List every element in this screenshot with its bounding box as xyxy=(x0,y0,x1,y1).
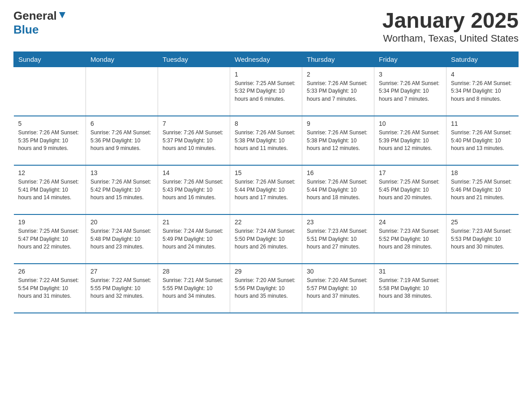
day-info: Sunrise: 7:24 AM Sunset: 5:50 PM Dayligh… xyxy=(235,227,297,251)
calendar-cell xyxy=(14,67,86,116)
calendar-cell: 17Sunrise: 7:25 AM Sunset: 5:45 PM Dayli… xyxy=(374,165,446,214)
day-info: Sunrise: 7:21 AM Sunset: 5:55 PM Dayligh… xyxy=(163,277,225,300)
day-number: 7 xyxy=(163,120,225,127)
day-number: 13 xyxy=(90,169,153,176)
day-number: 20 xyxy=(90,218,153,226)
calendar-cell: 9Sunrise: 7:26 AM Sunset: 5:38 PM Daylig… xyxy=(302,116,374,165)
calendar-cell: 31Sunrise: 7:19 AM Sunset: 5:58 PM Dayli… xyxy=(374,264,446,313)
day-info: Sunrise: 7:26 AM Sunset: 5:44 PM Dayligh… xyxy=(235,178,297,201)
calendar-header-friday: Friday xyxy=(374,51,446,67)
calendar-cell: 30Sunrise: 7:20 AM Sunset: 5:57 PM Dayli… xyxy=(302,264,374,313)
calendar-cell: 18Sunrise: 7:25 AM Sunset: 5:46 PM Dayli… xyxy=(446,165,519,214)
day-number: 23 xyxy=(307,218,369,226)
calendar-cell: 27Sunrise: 7:22 AM Sunset: 5:55 PM Dayli… xyxy=(86,264,158,313)
day-info: Sunrise: 7:25 AM Sunset: 5:46 PM Dayligh… xyxy=(451,178,514,201)
day-info: Sunrise: 7:26 AM Sunset: 5:34 PM Dayligh… xyxy=(379,80,442,103)
day-number: 14 xyxy=(163,169,225,176)
day-number: 31 xyxy=(379,268,442,275)
calendar-cell: 20Sunrise: 7:24 AM Sunset: 5:48 PM Dayli… xyxy=(86,214,158,264)
calendar-cell xyxy=(86,67,158,116)
day-number: 30 xyxy=(307,268,369,275)
calendar-week-row: 12Sunrise: 7:26 AM Sunset: 5:41 PM Dayli… xyxy=(14,165,519,214)
calendar-cell xyxy=(446,264,519,313)
calendar-cell: 16Sunrise: 7:26 AM Sunset: 5:44 PM Dayli… xyxy=(302,165,374,214)
logo-chevron-icon xyxy=(58,11,66,21)
day-info: Sunrise: 7:26 AM Sunset: 5:44 PM Dayligh… xyxy=(307,178,369,201)
day-number: 11 xyxy=(451,120,514,127)
logo-blue-text: Blue xyxy=(13,23,39,36)
calendar-cell: 11Sunrise: 7:26 AM Sunset: 5:40 PM Dayli… xyxy=(446,116,519,165)
day-info: Sunrise: 7:23 AM Sunset: 5:53 PM Dayligh… xyxy=(451,227,514,251)
day-number: 6 xyxy=(90,120,153,127)
day-number: 25 xyxy=(451,218,514,226)
day-number: 19 xyxy=(18,218,82,226)
day-info: Sunrise: 7:20 AM Sunset: 5:57 PM Dayligh… xyxy=(307,277,369,300)
page-title: January 2025 xyxy=(382,9,519,33)
calendar-header-tuesday: Tuesday xyxy=(158,51,230,67)
day-number: 15 xyxy=(235,169,297,176)
day-info: Sunrise: 7:26 AM Sunset: 5:42 PM Dayligh… xyxy=(90,178,153,201)
calendar-cell: 24Sunrise: 7:23 AM Sunset: 5:52 PM Dayli… xyxy=(374,214,446,264)
day-number: 16 xyxy=(307,169,369,176)
day-number: 26 xyxy=(18,268,82,275)
day-number: 21 xyxy=(163,218,225,226)
calendar-header-saturday: Saturday xyxy=(446,51,519,67)
logo-general-text: General xyxy=(13,9,57,23)
calendar-cell: 12Sunrise: 7:26 AM Sunset: 5:41 PM Dayli… xyxy=(14,165,86,214)
day-number: 18 xyxy=(451,169,514,176)
day-info: Sunrise: 7:26 AM Sunset: 5:39 PM Dayligh… xyxy=(379,129,442,152)
day-number: 3 xyxy=(379,71,442,78)
calendar-cell: 1Sunrise: 7:25 AM Sunset: 5:32 PM Daylig… xyxy=(230,67,302,116)
calendar-cell: 29Sunrise: 7:20 AM Sunset: 5:56 PM Dayli… xyxy=(230,264,302,313)
calendar-cell: 5Sunrise: 7:26 AM Sunset: 5:35 PM Daylig… xyxy=(14,116,86,165)
calendar-cell: 8Sunrise: 7:26 AM Sunset: 5:38 PM Daylig… xyxy=(230,116,302,165)
calendar-cell: 28Sunrise: 7:21 AM Sunset: 5:55 PM Dayli… xyxy=(158,264,230,313)
page-subtitle: Wortham, Texas, United States xyxy=(382,33,519,44)
calendar-cell: 13Sunrise: 7:26 AM Sunset: 5:42 PM Dayli… xyxy=(86,165,158,214)
day-info: Sunrise: 7:24 AM Sunset: 5:49 PM Dayligh… xyxy=(163,227,225,251)
title-block: January 2025 Wortham, Texas, United Stat… xyxy=(382,9,519,44)
calendar-cell: 10Sunrise: 7:26 AM Sunset: 5:39 PM Dayli… xyxy=(374,116,446,165)
day-number: 2 xyxy=(307,71,369,78)
day-number: 28 xyxy=(163,268,225,275)
day-info: Sunrise: 7:23 AM Sunset: 5:52 PM Dayligh… xyxy=(379,227,442,251)
calendar-cell: 3Sunrise: 7:26 AM Sunset: 5:34 PM Daylig… xyxy=(374,67,446,116)
day-info: Sunrise: 7:25 AM Sunset: 5:45 PM Dayligh… xyxy=(379,178,442,201)
calendar-header-sunday: Sunday xyxy=(14,51,86,67)
day-info: Sunrise: 7:19 AM Sunset: 5:58 PM Dayligh… xyxy=(379,277,442,300)
calendar-week-row: 1Sunrise: 7:25 AM Sunset: 5:32 PM Daylig… xyxy=(14,67,519,116)
calendar-header-row: SundayMondayTuesdayWednesdayThursdayFrid… xyxy=(14,51,519,67)
day-info: Sunrise: 7:22 AM Sunset: 5:54 PM Dayligh… xyxy=(18,277,82,300)
calendar-header-thursday: Thursday xyxy=(302,51,374,67)
day-info: Sunrise: 7:20 AM Sunset: 5:56 PM Dayligh… xyxy=(235,277,297,300)
day-info: Sunrise: 7:26 AM Sunset: 5:33 PM Dayligh… xyxy=(307,80,369,103)
day-number: 8 xyxy=(235,120,297,127)
logo: General Blue xyxy=(13,9,66,37)
day-info: Sunrise: 7:26 AM Sunset: 5:36 PM Dayligh… xyxy=(90,129,153,152)
calendar-table: SundayMondayTuesdayWednesdayThursdayFrid… xyxy=(13,51,519,314)
day-number: 24 xyxy=(379,218,442,226)
calendar-cell: 23Sunrise: 7:23 AM Sunset: 5:51 PM Dayli… xyxy=(302,214,374,264)
page-header: General Blue January 2025 Wortham, Texas… xyxy=(13,9,519,44)
day-info: Sunrise: 7:26 AM Sunset: 5:38 PM Dayligh… xyxy=(307,129,369,152)
day-info: Sunrise: 7:26 AM Sunset: 5:37 PM Dayligh… xyxy=(163,129,225,152)
day-number: 22 xyxy=(235,218,297,226)
day-number: 29 xyxy=(235,268,297,275)
day-number: 1 xyxy=(235,71,297,78)
svg-marker-0 xyxy=(59,12,65,18)
day-number: 17 xyxy=(379,169,442,176)
calendar-cell: 7Sunrise: 7:26 AM Sunset: 5:37 PM Daylig… xyxy=(158,116,230,165)
calendar-header-monday: Monday xyxy=(86,51,158,67)
day-info: Sunrise: 7:26 AM Sunset: 5:35 PM Dayligh… xyxy=(18,129,82,152)
calendar-cell: 21Sunrise: 7:24 AM Sunset: 5:49 PM Dayli… xyxy=(158,214,230,264)
day-number: 27 xyxy=(90,268,153,275)
calendar-cell: 22Sunrise: 7:24 AM Sunset: 5:50 PM Dayli… xyxy=(230,214,302,264)
calendar-header-wednesday: Wednesday xyxy=(230,51,302,67)
calendar-week-row: 19Sunrise: 7:25 AM Sunset: 5:47 PM Dayli… xyxy=(14,214,519,264)
calendar-cell: 6Sunrise: 7:26 AM Sunset: 5:36 PM Daylig… xyxy=(86,116,158,165)
calendar-week-row: 5Sunrise: 7:26 AM Sunset: 5:35 PM Daylig… xyxy=(14,116,519,165)
day-info: Sunrise: 7:24 AM Sunset: 5:48 PM Dayligh… xyxy=(90,227,153,251)
day-info: Sunrise: 7:26 AM Sunset: 5:43 PM Dayligh… xyxy=(163,178,225,201)
day-info: Sunrise: 7:23 AM Sunset: 5:51 PM Dayligh… xyxy=(307,227,369,251)
day-info: Sunrise: 7:25 AM Sunset: 5:32 PM Dayligh… xyxy=(235,80,297,103)
